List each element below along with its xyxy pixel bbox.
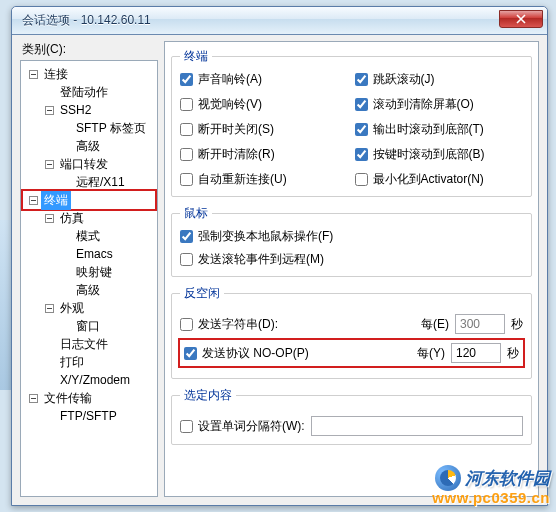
tree-item-label: SSH2 (57, 102, 94, 118)
terminal-option[interactable]: 滚动到清除屏幕(O) (355, 96, 524, 113)
tree-item[interactable]: 文件传输 (23, 389, 155, 407)
worddelim-check[interactable]: 设置单词分隔符(W): (180, 418, 305, 435)
terminal-option[interactable]: 按键时滚动到底部(B) (355, 146, 524, 163)
tree-item-label: 外观 (57, 299, 87, 318)
terminal-option[interactable]: 自动重新连接(U) (180, 171, 349, 188)
tree-item-label: 模式 (73, 227, 103, 246)
tree-item-label: 打印 (57, 353, 87, 372)
tree-item[interactable]: 日志文件 (23, 335, 155, 353)
tree-item[interactable]: X/Y/Zmodem (23, 371, 155, 389)
expand-icon[interactable] (45, 214, 54, 223)
selection-group: 选定内容 设置单词分隔符(W): (171, 387, 532, 445)
tree-item[interactable]: 连接 (23, 65, 155, 83)
tree-item-label: FTP/SFTP (57, 408, 120, 424)
tree-item[interactable]: 模式 (23, 227, 155, 245)
terminal-option[interactable]: 断开时关闭(S) (180, 121, 349, 138)
tree-item-label: 窗口 (73, 317, 103, 336)
expand-icon[interactable] (29, 70, 38, 79)
mouse-legend: 鼠标 (180, 205, 212, 222)
tree-item-label: 连接 (41, 65, 71, 84)
settings-panel: 终端 声音响铃(A)跳跃滚动(J)视觉响铃(V)滚动到清除屏幕(O)断开时关闭(… (164, 41, 539, 497)
tree-item-label: 文件传输 (41, 389, 95, 408)
terminal-option[interactable]: 跳跃滚动(J) (355, 71, 524, 88)
terminal-option[interactable]: 断开时清除(R) (180, 146, 349, 163)
tree-item[interactable]: 窗口 (23, 317, 155, 335)
tree-item-label: SFTP 标签页 (73, 119, 149, 138)
tree-item[interactable]: 高级 (23, 137, 155, 155)
tree-item[interactable]: SFTP 标签页 (23, 119, 155, 137)
tree-item[interactable]: SSH2 (23, 101, 155, 119)
worddelim-input[interactable] (311, 416, 523, 436)
tree-item-label: X/Y/Zmodem (57, 372, 133, 388)
expand-icon[interactable] (45, 106, 54, 115)
tree-item-label: Emacs (73, 246, 116, 262)
tree-item[interactable]: 高级 (23, 281, 155, 299)
mouse-force-check[interactable]: 强制变换本地鼠标操作(F) (180, 228, 523, 245)
expand-icon[interactable] (45, 304, 54, 313)
sec-label-1: 秒 (511, 316, 523, 333)
close-icon (516, 14, 526, 24)
tree-item[interactable]: 外观 (23, 299, 155, 317)
mouse-wheel-check[interactable]: 发送滚轮事件到远程(M) (180, 251, 523, 268)
terminal-option[interactable]: 最小化到Activator(N) (355, 171, 524, 188)
every-y-input[interactable] (451, 343, 501, 363)
dialog-window: 会话选项 - 10.142.60.11 类别(C): 连接登陆动作SSH2SFT… (11, 6, 548, 506)
tree-item[interactable]: FTP/SFTP (23, 407, 155, 425)
antiidle-group: 反空闲 发送字符串(D): 每(E) 秒 发送协议 NO-OP(P (171, 285, 532, 379)
tree-item[interactable]: 终端 (23, 191, 155, 209)
sendstr-check[interactable]: 发送字符串(D): (180, 316, 278, 333)
selection-legend: 选定内容 (180, 387, 236, 404)
tree-item[interactable]: 仿真 (23, 209, 155, 227)
terminal-group: 终端 声音响铃(A)跳跃滚动(J)视觉响铃(V)滚动到清除屏幕(O)断开时关闭(… (171, 48, 532, 197)
tree-item-label: 日志文件 (57, 335, 111, 354)
terminal-option[interactable]: 声音响铃(A) (180, 71, 349, 88)
tree-highlight: 终端 (21, 189, 157, 211)
tree-item[interactable]: 端口转发 (23, 155, 155, 173)
titlebar[interactable]: 会话选项 - 10.142.60.11 (12, 7, 547, 35)
close-button[interactable] (499, 10, 543, 28)
mouse-group: 鼠标 强制变换本地鼠标操作(F) 发送滚轮事件到远程(M) (171, 205, 532, 277)
expand-icon[interactable] (45, 160, 54, 169)
every-e-label: 每(E) (421, 316, 449, 333)
tree-item[interactable]: 打印 (23, 353, 155, 371)
category-label: 类别(C): (20, 41, 158, 58)
expand-icon[interactable] (29, 394, 38, 403)
tree-item-label: 高级 (73, 281, 103, 300)
noop-row-highlight: 发送协议 NO-OP(P) 每(Y) 秒 (178, 338, 525, 368)
sec-label-2: 秒 (507, 345, 519, 362)
tree-item-label: 映射键 (73, 263, 115, 282)
terminal-option[interactable]: 视觉响铃(V) (180, 96, 349, 113)
terminal-legend: 终端 (180, 48, 212, 65)
every-y-label: 每(Y) (417, 345, 445, 362)
antiidle-legend: 反空闲 (180, 285, 224, 302)
category-tree[interactable]: 连接登陆动作SSH2SFTP 标签页高级端口转发远程/X11终端仿真模式Emac… (20, 60, 158, 497)
tree-item[interactable]: Emacs (23, 245, 155, 263)
tree-item[interactable]: 登陆动作 (23, 83, 155, 101)
tree-item-label: 高级 (73, 137, 103, 156)
every-e-input[interactable] (455, 314, 505, 334)
tree-item-label: 端口转发 (57, 155, 111, 174)
expand-icon[interactable] (29, 196, 38, 205)
tree-item-label: 终端 (41, 191, 71, 210)
noop-check[interactable]: 发送协议 NO-OP(P) (184, 345, 324, 362)
tree-item-label: 远程/X11 (73, 173, 128, 192)
terminal-option[interactable]: 输出时滚动到底部(T) (355, 121, 524, 138)
tree-item-label: 登陆动作 (57, 83, 111, 102)
window-title: 会话选项 - 10.142.60.11 (22, 12, 499, 29)
tree-item-label: 仿真 (57, 209, 87, 228)
tree-item[interactable]: 映射键 (23, 263, 155, 281)
